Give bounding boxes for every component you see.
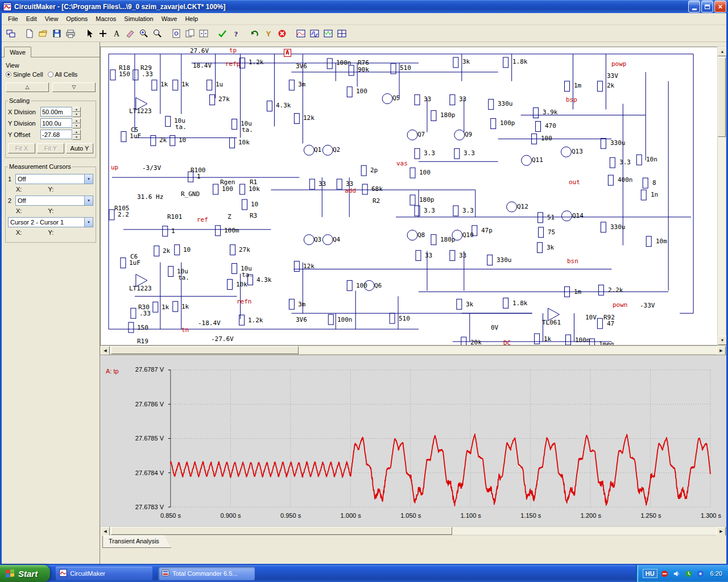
fit-page-button[interactable] (169, 27, 183, 40)
zoom-tool-button[interactable] (151, 27, 164, 40)
component-label: 2.2k (608, 287, 623, 294)
menu-bar: FileEditViewOptionsMacrosSimulationWaveH… (2, 13, 726, 25)
menu-file[interactable]: File (4, 14, 22, 24)
schematic-hscrollbar[interactable]: ◀ ▶ (100, 346, 726, 355)
text-tool-button[interactable]: A (110, 27, 123, 40)
menu-simulation[interactable]: Simulation (120, 14, 157, 24)
hscroll-thumb[interactable] (111, 346, 299, 354)
task-total-commander[interactable]: Total Commander 6.5... (158, 567, 255, 580)
start-button[interactable]: Start (0, 565, 50, 582)
y-division-input[interactable] (40, 118, 72, 128)
split-view-button[interactable] (197, 27, 210, 40)
scroll-left-button[interactable]: ◀ (101, 346, 110, 355)
component-label: 3.3 (424, 150, 435, 157)
y-offset-spinner[interactable]: ▲▼ (72, 130, 81, 139)
waveform-panel[interactable]: A: tp 0.850 s0.900 s0.950 s1.000 s1.050 … (100, 355, 726, 526)
dropdown-arrow-icon: ▼ (84, 174, 93, 184)
component-label: 3m (298, 301, 305, 308)
new-button[interactable] (23, 27, 36, 40)
open-button[interactable] (36, 27, 50, 40)
wave-tab[interactable]: Wave (4, 47, 31, 57)
menu-view[interactable]: View (41, 14, 63, 24)
net-label: out (569, 179, 580, 186)
auto-y-button[interactable]: Auto Y (66, 143, 93, 153)
cursor-2-value: Off (16, 197, 84, 204)
component-label: 2k (607, 82, 614, 89)
waveform-hscrollbar[interactable]: ◀ ▶ (100, 526, 726, 535)
arrow-tool-button[interactable] (82, 27, 96, 40)
cursor-difference-select[interactable]: Cursor 2 - Cursor 1 ▼ (8, 217, 93, 227)
task-label: Total Commander 6.5... (172, 570, 237, 577)
scope-multi-button[interactable] (321, 27, 335, 40)
help-tool-button[interactable]: ? (229, 27, 243, 40)
y-division-spinner[interactable]: ▲▼ (72, 118, 81, 128)
scroll-left-button[interactable]: ◀ (101, 527, 110, 536)
cursor-1-select[interactable]: Off ▼ (15, 174, 93, 184)
menu-options[interactable]: Options (62, 14, 92, 24)
scope-split-button[interactable] (335, 27, 349, 40)
scroll-up-button[interactable]: ▲ (718, 47, 726, 56)
scale-down-button[interactable]: ▽ (52, 82, 96, 92)
vscroll-thumb[interactable] (718, 57, 726, 137)
wave-hscroll-thumb[interactable] (111, 527, 452, 535)
menu-edit[interactable]: Edit (22, 14, 41, 24)
run-simulation-button[interactable] (216, 27, 229, 40)
task-circuitmaker[interactable]: CircuitMaker (56, 567, 152, 580)
view-option-all-cells[interactable]: All Cells (48, 71, 78, 78)
fit-y-button[interactable]: Fit Y (37, 143, 64, 153)
component-label: 12k (303, 115, 315, 122)
schematic-canvas[interactable]: 27.6VtpArefp1.2k18.4V3V6100nR7690k5103k1… (100, 47, 717, 346)
restore-button[interactable] (701, 1, 713, 13)
x-division-label: X Division (8, 109, 40, 115)
view-group-label: View (6, 62, 97, 69)
delete-tool-button[interactable] (123, 27, 137, 40)
menu-wave[interactable]: Wave (158, 14, 181, 24)
sheets-button[interactable] (183, 27, 197, 40)
print-button[interactable] (64, 27, 77, 40)
scope-xy-button[interactable] (294, 27, 308, 40)
cursor-1-value: Off (16, 176, 84, 182)
component-label: 1meg (599, 341, 614, 346)
window-body: FileEditViewOptionsMacrosSimulationWaveH… (0, 13, 728, 565)
schematic-vscrollbar[interactable]: ▲ ▼ (717, 47, 726, 346)
scale-up-button[interactable]: △ (6, 82, 49, 92)
language-indicator[interactable]: HU (643, 569, 657, 578)
menu-help[interactable]: Help (181, 14, 202, 24)
probe-tool-button[interactable]: Y (262, 27, 275, 40)
volume-tray-icon[interactable] (672, 569, 681, 578)
scheduler-tray-icon[interactable] (684, 569, 693, 578)
transient-analysis-tab[interactable]: Transient Analysis (102, 535, 171, 548)
wire-tool-button[interactable] (96, 27, 110, 40)
reset-button[interactable] (248, 27, 262, 40)
waveform-plot[interactable] (100, 355, 726, 526)
zoom-in-button[interactable] (137, 27, 151, 40)
scroll-right-button[interactable]: ▶ (717, 527, 726, 536)
component-label: 10 (251, 201, 258, 208)
x-division-input[interactable] (40, 107, 72, 117)
network-tray-icon[interactable] (696, 569, 705, 578)
menu-macros[interactable]: Macros (92, 14, 120, 24)
fit-x-button[interactable]: Fit X (8, 143, 35, 153)
stop-simulation-button[interactable] (275, 27, 289, 40)
component-label: ta. (242, 272, 253, 278)
undo-icon (250, 29, 259, 38)
security-tray-icon[interactable] (660, 569, 669, 578)
save-button[interactable] (50, 27, 64, 40)
y-tick-label: 27.6783 V (119, 504, 164, 510)
scroll-down-button[interactable]: ▼ (718, 336, 726, 345)
scope-digital-button[interactable] (308, 27, 321, 40)
component-label: 3.3 (424, 207, 435, 214)
component-label: 100n (337, 317, 353, 323)
cursor-2-select[interactable]: Off ▼ (15, 196, 93, 206)
close-button[interactable]: × (714, 1, 726, 13)
scroll-right-button[interactable]: ▶ (717, 346, 726, 355)
minimize-button[interactable] (688, 1, 700, 13)
task-label: CircuitMaker (70, 570, 105, 577)
hscroll-track[interactable] (110, 346, 717, 354)
vscroll-track[interactable] (718, 56, 726, 336)
wave-hscroll-track[interactable] (110, 527, 717, 535)
cell-view-button[interactable] (4, 27, 18, 40)
x-division-spinner[interactable]: ▲▼ (72, 107, 81, 117)
y-offset-input[interactable] (40, 130, 72, 139)
view-option-single-cell[interactable]: Single Cell (6, 71, 43, 78)
